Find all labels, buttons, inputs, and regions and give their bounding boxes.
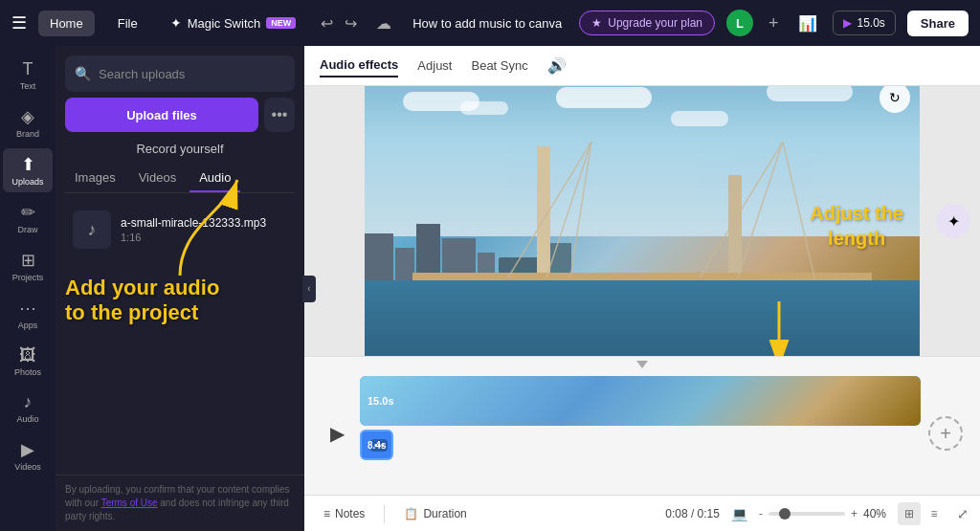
timeline-area: ▶ 15.0s 8.4s xyxy=(304,356,980,495)
time-current: 0:08 xyxy=(665,507,687,520)
list-view-button[interactable]: ≡ xyxy=(923,502,946,525)
videos-icon: ▶ xyxy=(21,439,34,460)
share-button[interactable]: Share xyxy=(907,11,969,36)
add-page-button[interactable]: + xyxy=(765,10,783,37)
star-icon: ★ xyxy=(591,16,602,30)
uploads-icon: ⬆ xyxy=(21,154,35,175)
svg-line-4 xyxy=(700,142,783,277)
undo-redo-group: ↩ ↪ xyxy=(317,11,361,36)
canvas-main: ↻ Adjust the length ✦ xyxy=(304,86,980,356)
play-triangle-icon: ▶ xyxy=(843,16,852,30)
footer-text2: and does not infringe any third party ri… xyxy=(65,498,289,521)
sidebar-item-videos[interactable]: ▶ Videos xyxy=(3,433,53,477)
time-total: 0:15 xyxy=(698,507,720,520)
hamburger-icon[interactable]: ☰ xyxy=(11,12,27,33)
brand-icon: ◈ xyxy=(21,106,34,127)
search-icon: 🔍 xyxy=(75,66,91,81)
ellipsis-icon: ••• xyxy=(272,106,288,123)
notes-icon: ≡ xyxy=(323,507,330,520)
audio-item[interactable]: ♪ a-small-miracle-132333.mp3 1:16 xyxy=(65,203,295,256)
audio-toolbar: Audio effects Adjust Beat Sync 🔊 xyxy=(304,46,980,86)
sidebar-item-uploads[interactable]: ⬆ Uploads xyxy=(3,148,53,192)
sidebar-item-text[interactable]: T Text xyxy=(3,54,53,97)
separator-1 xyxy=(384,504,385,523)
magic-switch-button[interactable]: ✦ Magic Switch NEW xyxy=(161,10,306,36)
timeline-drag-handle[interactable] xyxy=(304,357,980,372)
device-icon[interactable]: 💻 xyxy=(731,506,747,521)
notes-button[interactable]: ≡ Notes xyxy=(316,503,372,524)
text-icon: T xyxy=(23,59,33,79)
toolbar-tab-beat-sync[interactable]: Beat Sync xyxy=(471,55,527,77)
timeline-content: ▶ 15.0s 8.4s xyxy=(304,372,980,495)
music-note-icon: ♪ xyxy=(88,220,97,240)
panel-tabs: Images Videos Audio xyxy=(65,165,295,193)
sidebar-item-projects[interactable]: ⊞ Projects xyxy=(3,244,53,288)
toolbar-tab-adjust[interactable]: Adjust xyxy=(417,55,452,77)
top-nav: ☰ Home File ✦ Magic Switch NEW ↩ ↪ ☁ How… xyxy=(0,0,980,46)
magic-icon: ✦ xyxy=(170,15,182,31)
audio-icon: ♪ xyxy=(24,392,33,412)
home-tab[interactable]: Home xyxy=(38,11,95,36)
timeline-play-button[interactable]: ▶ xyxy=(322,418,352,449)
zoom-minus-icon[interactable]: - xyxy=(759,507,763,520)
zoom-slider[interactable] xyxy=(768,512,845,516)
bridge-cables xyxy=(412,142,872,280)
sidebar-item-photos[interactable]: 🖼 Photos xyxy=(3,340,53,383)
grid-view-button[interactable]: ⊞ xyxy=(898,502,921,525)
sidebar-item-brand[interactable]: ◈ Brand xyxy=(3,100,53,144)
audio-track[interactable]: 8.4s xyxy=(360,430,393,460)
audio-thumbnail: ♪ xyxy=(73,210,111,249)
undo-button[interactable]: ↩ xyxy=(317,11,337,36)
zoom-slider-area: - + 40% xyxy=(759,507,886,520)
analytics-icon[interactable]: 📊 xyxy=(794,11,821,36)
add-clip-button[interactable]: + xyxy=(928,416,963,451)
preview-play-button[interactable]: ▶ 15.0s xyxy=(833,11,896,35)
audio-duration: 1:16 xyxy=(121,232,287,243)
panel-collapse-button[interactable]: ‹ xyxy=(302,276,316,302)
svg-line-5 xyxy=(738,142,783,277)
toolbar-tab-audio-effects[interactable]: Audio effects xyxy=(320,54,398,77)
sidebar-item-draw[interactable]: ✏ Draw xyxy=(3,196,53,240)
avatar[interactable]: L xyxy=(726,10,753,36)
time-separator: / xyxy=(691,507,698,520)
search-bar[interactable]: 🔍 xyxy=(65,55,295,92)
redo-button[interactable]: ↪ xyxy=(341,11,361,36)
terms-link[interactable]: Terms of Use xyxy=(101,498,158,508)
canvas-image[interactable]: ↻ xyxy=(365,86,920,356)
draw-icon: ✏ xyxy=(21,202,35,223)
panel-footer: By uploading, you confirm that your cont… xyxy=(56,475,304,531)
cloud-5 xyxy=(767,86,853,101)
new-badge: NEW xyxy=(266,17,296,29)
volume-icon[interactable]: 🔊 xyxy=(547,56,567,75)
tab-images[interactable]: Images xyxy=(65,165,125,192)
tab-videos[interactable]: Videos xyxy=(129,165,187,192)
video-track[interactable]: 15.0s xyxy=(360,376,921,426)
audio-track-time: 8.4s xyxy=(368,440,386,451)
zoom-plus-icon[interactable]: + xyxy=(851,507,858,520)
canvas-area: Audio effects Adjust Beat Sync 🔊 xyxy=(304,46,980,531)
notes-label: Notes xyxy=(335,507,365,520)
record-row: Record yourself xyxy=(56,140,304,165)
upload-more-button[interactable]: ••• xyxy=(264,98,295,132)
view-toggle: ⊞ ≡ xyxy=(898,502,946,525)
document-title[interactable]: How to add music to canva xyxy=(407,16,568,31)
upgrade-button[interactable]: ★ Upgrade your plan xyxy=(579,11,715,35)
sidebar-item-audio[interactable]: ♪ Audio xyxy=(3,387,53,430)
file-tab[interactable]: File xyxy=(106,11,149,36)
magic-ai-button[interactable]: ✦ xyxy=(936,204,970,238)
sidebar-item-apps[interactable]: ⋯ Apps xyxy=(3,292,53,336)
search-input[interactable] xyxy=(99,67,285,81)
upload-files-button[interactable]: Upload files xyxy=(65,98,258,132)
record-yourself-link[interactable]: Record yourself xyxy=(136,142,223,156)
fullscreen-button[interactable]: ⤢ xyxy=(957,506,969,521)
svg-line-1 xyxy=(508,142,591,277)
timeline-play-column: ▶ xyxy=(314,372,360,495)
apps-icon: ⋯ xyxy=(19,298,36,319)
time-display: 0:08 / 0:15 xyxy=(665,507,720,520)
projects-icon: ⊞ xyxy=(21,250,35,271)
audio-filename: a-small-miracle-132333.mp3 xyxy=(121,216,287,230)
duration-button[interactable]: 📋 Duration xyxy=(396,503,474,524)
cloud-2 xyxy=(460,101,508,115)
zoom-percent: 40% xyxy=(863,507,886,520)
tab-audio[interactable]: Audio xyxy=(189,165,240,192)
